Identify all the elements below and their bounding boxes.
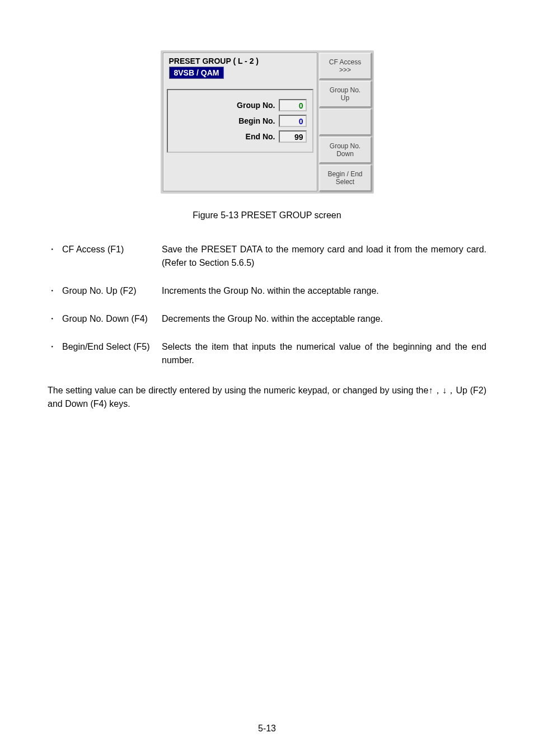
main-panel: PRESET GROUP ( L - 2 ) 8VSB / QAM Group … [163,53,317,191]
mode-badge: 8VSB / QAM [169,67,224,79]
list-item: ・ Group No. Down (F4) Decrements the Gro… [48,312,486,326]
item-label: Begin/End Select (F5) [62,340,162,367]
panel-title: PRESET GROUP ( L - 2 ) [163,53,317,67]
bullet-icon: ・ [48,284,62,298]
softkey-begin-end-select[interactable]: Begin / End Select [319,165,372,191]
screen-container: PRESET GROUP ( L - 2 ) 8VSB / QAM Group … [48,50,486,194]
item-desc: Decrements the Group No. within the acce… [162,312,486,326]
item-label: CF Access (F1) [62,243,162,270]
softkey-f4-line2: Down [336,150,354,158]
group-no-input[interactable]: 0 [279,99,307,111]
device-screen: PRESET GROUP ( L - 2 ) 8VSB / QAM Group … [161,50,374,194]
item-label: Group No. Down (F4) [62,312,162,326]
item-desc: Save the PRESET DATA to the memory card … [162,243,486,270]
bullet-icon: ・ [48,243,62,270]
bullet-icon: ・ [48,340,62,367]
softkey-group-up[interactable]: Group No. Up [319,81,372,107]
group-no-label: Group No. [237,101,275,110]
body-text: The setting value can be directly entere… [48,384,486,411]
softkey-panel: CF Access >>> Group No. Up Group No. Dow… [319,53,372,191]
item-desc: Increments the Group No. within the acce… [162,284,486,298]
bullet-icon: ・ [48,312,62,326]
item-desc: Selects the item that inputs the numeric… [162,340,486,367]
softkey-f5-line2: Select [336,178,354,186]
begin-no-input[interactable]: 0 [279,115,307,127]
list-item: ・ Begin/End Select (F5) Selects the item… [48,340,486,367]
softkey-cf-access[interactable]: CF Access >>> [319,53,372,79]
group-no-row: Group No. 0 [174,99,307,111]
begin-no-row: Begin No. 0 [174,115,307,127]
softkey-f4-line1: Group No. [330,142,360,150]
page-number: 5-13 [0,724,534,734]
item-label: Group No. Up (F2) [62,284,162,298]
end-no-row: End No. 99 [174,130,307,143]
end-no-label: End No. [246,132,275,141]
softkey-blank [319,109,372,135]
list-item: ・ Group No. Up (F2) Increments the Group… [48,284,486,298]
softkey-group-down[interactable]: Group No. Down [319,137,372,163]
softkey-f5-line1: Begin / End [327,170,362,178]
input-area: Group No. 0 Begin No. 0 End No. 99 [167,89,313,153]
end-no-input[interactable]: 99 [279,130,307,143]
figure-caption: Figure 5-13 PRESET GROUP screen [48,210,486,220]
list-item: ・ CF Access (F1) Save the PRESET DATA to… [48,243,486,270]
softkey-f1-line1: CF Access [329,58,361,66]
begin-no-label: Begin No. [238,116,275,125]
softkey-f2-line2: Up [341,94,349,102]
softkey-f2-line1: Group No. [330,86,360,94]
softkey-f1-line2: >>> [339,66,351,74]
